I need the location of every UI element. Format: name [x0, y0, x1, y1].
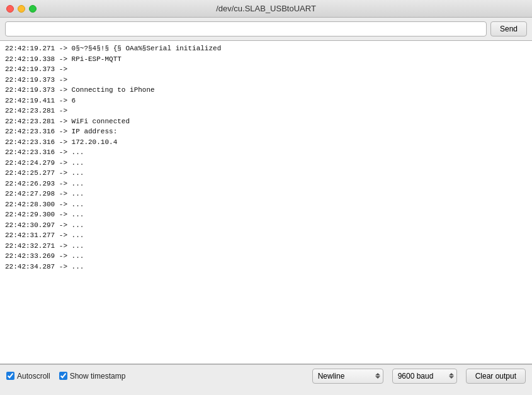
output-line: 22:42:25.277 -> ... [5, 168, 527, 179]
autoscroll-label[interactable]: Autoscroll [17, 372, 50, 381]
newline-select[interactable]: NewlineNo line endingCarriage returnBoth… [312, 369, 383, 384]
maximize-button[interactable] [29, 5, 37, 13]
serial-input[interactable] [5, 21, 487, 36]
output-line: 22:42:24.279 -> ... [5, 158, 527, 169]
autoscroll-checkbox[interactable] [6, 372, 14, 380]
window-title: /dev/cu.SLAB_USBtoUART [216, 4, 316, 13]
output-line: 22:42:34.287 -> ... [5, 262, 527, 272]
output-line: 22:42:19.271 -> 0§~?§4§!§ {§ OAa%§Serial… [5, 43, 527, 54]
titlebar: /dev/cu.SLAB_USBtoUART [0, 0, 532, 18]
output-line: 22:42:26.293 -> ... [5, 179, 527, 189]
close-button[interactable] [6, 5, 14, 13]
window-controls [6, 5, 37, 13]
output-line: 22:42:29.300 -> ... [5, 209, 527, 220]
timestamp-checkbox[interactable] [59, 372, 67, 380]
baud-select[interactable]: 300 baud1200 baud2400 baud4800 baud9600 … [392, 369, 457, 384]
output-line: 22:42:32.271 -> ... [5, 241, 527, 252]
timestamp-label[interactable]: Show timestamp [70, 372, 126, 381]
output-line: 22:42:30.297 -> ... [5, 220, 527, 231]
output-line: 22:42:19.338 -> RPi-ESP-MQTT [5, 54, 527, 65]
output-line: 22:42:23.281 -> [5, 106, 527, 116]
output-line: 22:42:23.316 -> ... [5, 147, 527, 158]
output-line: 22:42:27.298 -> ... [5, 189, 527, 199]
bottom-bar: Autoscroll Show timestamp NewlineNo line… [0, 364, 532, 387]
output-line: 22:42:19.373 -> Connecting to iPhone [5, 85, 527, 96]
output-line: 22:42:33.269 -> ... [5, 251, 527, 262]
timestamp-group: Show timestamp [59, 372, 126, 381]
output-area[interactable]: 22:42:19.271 -> 0§~?§4§!§ {§ OAa%§Serial… [0, 40, 532, 364]
send-button[interactable]: Send [490, 21, 527, 36]
minimize-button[interactable] [18, 5, 25, 13]
autoscroll-group: Autoscroll [6, 372, 50, 381]
input-row: Send [0, 18, 532, 40]
output-line: 22:42:23.316 -> IP address: [5, 126, 527, 137]
newline-select-wrapper: NewlineNo line endingCarriage returnBoth… [312, 369, 383, 384]
clear-output-button[interactable]: Clear output [466, 369, 526, 384]
output-line: 22:42:23.316 -> 172.20.10.4 [5, 137, 527, 148]
output-line: 22:42:31.277 -> ... [5, 230, 527, 241]
baud-select-wrapper: 300 baud1200 baud2400 baud4800 baud9600 … [392, 369, 457, 384]
output-line: 22:42:19.373 -> [5, 75, 527, 86]
output-line: 22:42:28.300 -> ... [5, 199, 527, 210]
output-line: 22:42:19.373 -> [5, 64, 527, 75]
output-line: 22:42:23.281 -> WiFi connected [5, 116, 527, 127]
output-line: 22:42:19.411 -> 6 [5, 96, 527, 106]
